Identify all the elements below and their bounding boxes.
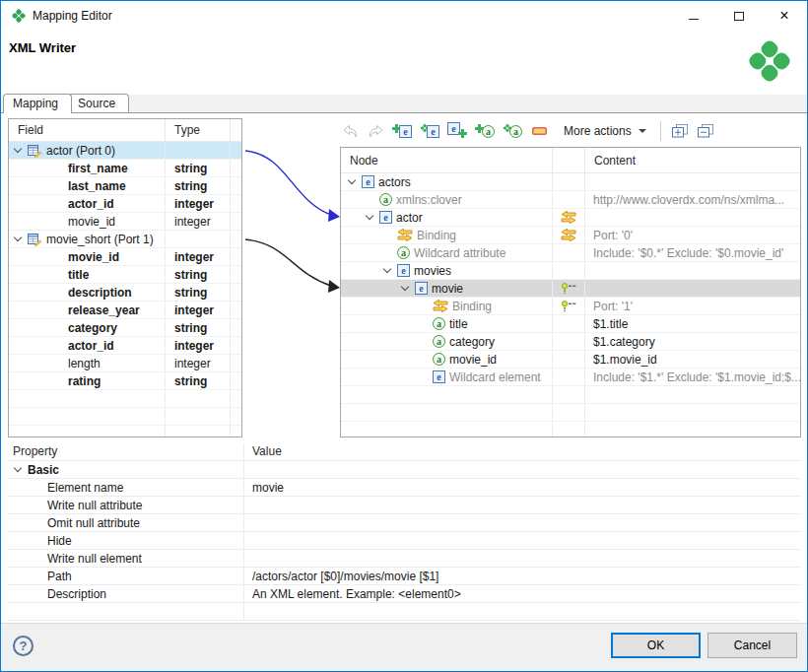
node-tree-row[interactable]: atitle$1.title [341, 315, 800, 333]
minimize-button[interactable] [671, 1, 716, 31]
field-tree-empty-row [9, 426, 241, 437]
add-wildcard-attribute-icon[interactable]: a [503, 120, 522, 142]
column-header-property[interactable]: Property [8, 443, 244, 461]
field-tree-field-row[interactable]: ratingstring [9, 372, 241, 390]
add-child-element-icon[interactable]: e [392, 120, 412, 142]
field-tree-field-row[interactable]: actor_idinteger [9, 195, 241, 213]
chevron-down-icon[interactable] [366, 212, 373, 220]
field-type: integer [174, 303, 214, 317]
field-tree-field-row[interactable]: movie_idinteger [9, 248, 241, 266]
cancel-button[interactable]: Cancel [707, 633, 797, 658]
svg-text:e: e [403, 126, 408, 137]
property-row[interactable]: Hide [8, 532, 801, 550]
node-tree-row[interactable]: amovie_id$1.movie_id [341, 351, 800, 369]
chevron-down-icon[interactable] [14, 234, 22, 241]
node-tree-row[interactable]: axmlns:cloverhttp://www.cloverdx.com/ns/… [341, 191, 800, 209]
tab-source[interactable]: Source [68, 94, 129, 112]
field-type: integer [174, 357, 211, 370]
node-tree-row[interactable]: BindingPort: '0' [341, 227, 800, 244]
maximize-button[interactable] [716, 1, 762, 31]
field-type: integer [174, 339, 214, 353]
field-type: string [174, 268, 207, 282]
node-label: movie_id [449, 353, 497, 367]
expand-all-icon[interactable] [671, 120, 689, 142]
help-button[interactable]: ? [13, 636, 34, 656]
property-group-row[interactable]: Basic [8, 461, 801, 479]
node-tree-row[interactable]: BindingPort: '1' [341, 298, 800, 315]
chevron-down-icon[interactable] [14, 145, 22, 153]
property-row[interactable]: Write null attribute [8, 497, 801, 514]
property-row[interactable]: Omit null attribute [8, 514, 801, 532]
node-label: title [449, 317, 468, 331]
field-tree-field-row[interactable]: categorystring [9, 319, 241, 337]
dialog-header: XML Writer [1, 31, 807, 95]
field-tree-body: actor (Port 0)first_namestringlast_names… [9, 142, 241, 437]
node-tree-row[interactable]: acategory$1.category [341, 333, 800, 351]
field-tree-field-row[interactable]: descriptionstring [9, 284, 241, 302]
field-tree-field-row[interactable]: titlestring [9, 266, 241, 284]
ok-button[interactable]: OK [611, 633, 701, 658]
property-label: Description [47, 587, 106, 601]
column-header-value[interactable]: Value [244, 443, 801, 461]
chevron-down-icon[interactable] [401, 283, 409, 291]
node-tree-row[interactable]: emovie [341, 280, 800, 298]
redo-icon[interactable] [367, 120, 384, 142]
field-tree-field-row[interactable]: last_namestring [9, 177, 241, 195]
column-header-node[interactable]: Node [341, 148, 553, 172]
remove-icon[interactable] [530, 120, 548, 142]
more-actions-button[interactable]: More actions [560, 122, 650, 140]
field-tree-port-row[interactable]: movie_short (Port 1) [9, 231, 241, 248]
chevron-down-icon[interactable] [383, 265, 391, 273]
tab-mapping[interactable]: Mapping [3, 94, 72, 113]
field-label: title [68, 268, 89, 282]
field-tree-port-row[interactable]: actor (Port 0) [9, 142, 241, 160]
field-label: last_name [68, 179, 126, 193]
node-tree-row[interactable]: eactor [341, 209, 800, 227]
field-type: integer [174, 215, 211, 229]
field-tree-field-row[interactable]: release_yearinteger [9, 302, 241, 319]
add-element-icon[interactable]: e [447, 120, 467, 142]
field-label: actor_id [68, 197, 114, 211]
arrow-port0-to-actor [245, 151, 340, 222]
node-tree-row[interactable]: eWildcard elementInclude: '$1.*' Exclude… [341, 369, 800, 386]
field-tree-field-row[interactable]: first_namestring [9, 160, 241, 177]
undo-icon[interactable] [341, 120, 359, 142]
property-row[interactable]: Path/actors/actor [$0]/movies/movie [$1] [8, 568, 801, 585]
property-label: Write null attribute [47, 499, 143, 512]
chevron-down-icon[interactable] [14, 464, 22, 472]
add-attribute-icon[interactable]: a [475, 120, 495, 142]
collapse-all-icon[interactable] [697, 120, 714, 142]
property-row[interactable]: Write null element [8, 550, 801, 568]
property-row[interactable]: DescriptionAn XML element. Example: <ele… [8, 585, 801, 603]
node-label: Wildcard element [449, 370, 541, 384]
binding-icon [397, 229, 413, 241]
column-header-field[interactable]: Field [9, 119, 166, 141]
node-tree-row[interactable]: eactors [341, 173, 800, 191]
node-tree-row[interactable]: aWildcard attributeInclude: '$0.*' Exclu… [341, 244, 800, 262]
field-tree-header: Field Type [9, 119, 241, 142]
add-wildcard-element-icon[interactable]: e [420, 120, 439, 142]
property-label: Omit null attribute [47, 516, 140, 530]
chevron-down-icon[interactable] [348, 176, 356, 184]
toolbar-separator [660, 121, 661, 141]
binding-icon [561, 211, 576, 224]
mapping-arrows [242, 113, 341, 419]
column-header-type[interactable]: Type [166, 119, 231, 141]
field-tree-field-row[interactable]: movie_idinteger [9, 213, 241, 231]
svg-text:e: e [431, 126, 436, 137]
attribute-icon: a [433, 335, 445, 348]
field-label: movie_short (Port 1) [46, 233, 154, 246]
field-tree-field-row[interactable]: lengthinteger [9, 355, 241, 372]
field-label: category [68, 321, 117, 335]
property-row[interactable]: Element namemovie [8, 479, 801, 497]
field-type: string [174, 286, 207, 300]
key-icon [561, 283, 576, 295]
field-type: string [174, 162, 207, 175]
close-button[interactable]: × [762, 1, 807, 31]
node-tree-row[interactable]: emovies [341, 262, 800, 280]
node-tree-header: Node Content [341, 148, 800, 173]
field-label: actor_id [68, 339, 114, 353]
svg-text:a: a [437, 336, 441, 347]
field-tree-field-row[interactable]: actor_idinteger [9, 337, 241, 355]
column-header-content[interactable]: Content [585, 148, 800, 172]
